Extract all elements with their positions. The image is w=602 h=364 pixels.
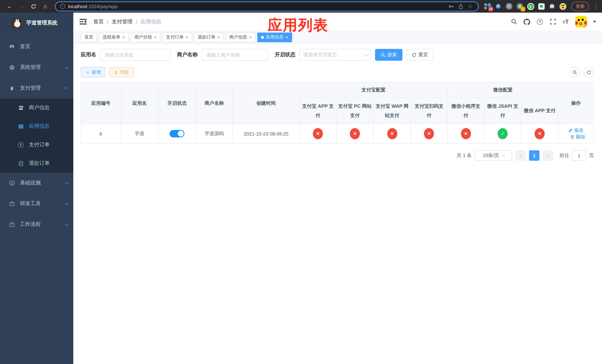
goto-page-input[interactable] [572, 150, 586, 161]
font-size-icon[interactable]: TT [562, 18, 569, 25]
trash-icon [570, 135, 575, 139]
tag-home[interactable]: 首页 [81, 32, 97, 42]
next-page-button[interactable]: › [543, 150, 553, 161]
col-group-alipay: 支付宝配置 [300, 82, 447, 97]
chevron-down-icon [365, 52, 368, 56]
payment-submenu: 商户信息 应用信息 ¥ 支付订单 [0, 98, 73, 172]
sidebar-item-app-info[interactable]: 应用信息 [0, 117, 73, 136]
app-table: 应用编号 应用名 开启状态 商户名称 创建时间 支付宝配置 微信配置 操作 支付… [81, 82, 594, 144]
col-wx-mini: 微信小程序支付 [447, 97, 484, 124]
browser-menu-icon[interactable]: ⋮ [593, 3, 598, 9]
chevron-up-icon [64, 87, 67, 91]
avatar-caret-icon[interactable] [593, 21, 596, 22]
sidebar-item-infra[interactable]: 基础设施 [0, 172, 73, 193]
close-icon[interactable]: × [122, 35, 125, 40]
address-bar[interactable]: i localhost:1024/pay/app ☆ [55, 1, 479, 11]
site-info-icon[interactable]: i [60, 4, 65, 9]
chevron-down-icon [65, 65, 68, 69]
shop-icon [18, 105, 24, 111]
tag-process-form[interactable]: 流程表单× [99, 32, 129, 42]
page-size-select[interactable]: 10条/页 [475, 150, 512, 161]
sidebar-item-merchant-info[interactable]: 商户信息 [0, 98, 73, 117]
search-icon[interactable] [511, 18, 517, 25]
breadcrumb: 首页 / 支付管理 / 应用信息 [93, 18, 161, 25]
extension-y-icon[interactable]: y [527, 3, 534, 10]
browser-reload-icon[interactable] [29, 2, 38, 11]
url-text[interactable]: localhost:1024/pay/app [68, 3, 118, 9]
extensions-strip: 10 ⌘ 1 y 更新 ⋮ [484, 2, 598, 11]
app-name-input[interactable] [100, 49, 170, 61]
browser-home-icon[interactable]: ⌂ [41, 2, 50, 11]
extension-chat-icon[interactable] [538, 3, 545, 10]
tag-user-group[interactable]: 用户分组× [130, 32, 160, 42]
edit-link[interactable]: 修改 [568, 127, 583, 134]
close-icon[interactable]: × [217, 35, 220, 40]
sidebar-logo[interactable]: 芋道管理系统 [0, 13, 73, 33]
github-icon[interactable] [524, 18, 530, 25]
extensions-puzzle-icon[interactable] [548, 3, 556, 10]
col-alipay-app: 支付宝 APP 支付 [300, 97, 336, 124]
export-button[interactable]: 导出 [109, 67, 134, 77]
refresh-button[interactable] [583, 67, 594, 77]
bookmark-star-icon[interactable]: ☆ [467, 3, 473, 10]
yen-icon: ¥ [9, 85, 15, 91]
chrome-update-button[interactable]: 更新 [571, 2, 589, 11]
reset-button[interactable]: 重置 [406, 49, 434, 61]
status-cross-icon [387, 128, 397, 139]
tag-merchant-info[interactable]: 商户信息× [226, 32, 256, 42]
collapse-sidebar-icon[interactable] [79, 18, 87, 25]
browser-forward-icon[interactable]: → [17, 2, 26, 11]
document-icon [18, 160, 24, 166]
sidebar-item-workflow[interactable]: 工作流程 [0, 214, 73, 235]
share-icon[interactable] [457, 3, 464, 10]
top-navbar: 首页 / 支付管理 / 应用信息 ? [73, 13, 602, 31]
extension-command-icon[interactable]: ⌘ [505, 3, 513, 10]
avatar[interactable] [575, 16, 587, 27]
merchant-name-input[interactable] [201, 49, 268, 61]
browser-toolbar: ← → ⌂ i localhost:1024/pay/app ☆ 10 [0, 0, 602, 13]
breadcrumb-current: 应用信息 [141, 18, 161, 25]
fullscreen-icon[interactable] [549, 18, 556, 25]
sidebar-item-refund-order[interactable]: 退款订单 [0, 154, 73, 172]
breadcrumb-home[interactable]: 首页 [93, 18, 104, 25]
col-group-wechat: 微信配置 [447, 82, 558, 97]
add-button[interactable]: ＋新增 [81, 67, 106, 77]
tag-pay-order[interactable]: 支付订单× [162, 32, 192, 42]
tag-refund-order[interactable]: 退款订单× [194, 32, 224, 42]
extension-recorder-icon[interactable]: 1 [516, 3, 524, 10]
help-icon[interactable]: ? [537, 18, 543, 25]
close-icon[interactable]: × [185, 35, 188, 40]
close-icon[interactable]: × [285, 35, 288, 40]
breadcrumb-payment[interactable]: 支付管理 [112, 18, 133, 25]
close-icon[interactable]: × [154, 35, 157, 40]
col-merchant: 商户名称 [196, 82, 233, 124]
extension-sketch-icon[interactable]: 10 [484, 3, 491, 10]
sidebar-item-devtools[interactable]: 研发工具 [0, 193, 73, 214]
extension-balloon-icon[interactable] [495, 3, 502, 10]
status-select[interactable]: 请选择开启状态 [299, 49, 371, 61]
sidebar-item-home[interactable]: 首页 [0, 36, 73, 57]
sidebar-item-payment[interactable]: ¥ 支付管理 [0, 78, 73, 98]
search-button[interactable]: 搜索 [375, 49, 402, 61]
prev-page-button[interactable]: ‹ [515, 150, 526, 161]
col-app-id: 应用编号 [81, 82, 121, 124]
password-key-icon[interactable] [448, 3, 454, 10]
active-dot [261, 36, 264, 39]
page-number-1[interactable]: 1 [529, 150, 539, 161]
sidebar-item-pay-order[interactable]: ¥ 支付订单 [0, 136, 73, 154]
tag-app-info[interactable]: 应用信息× [257, 32, 292, 42]
sidebar-item-system[interactable]: 系统管理 [0, 57, 73, 78]
toggle-search-button[interactable] [570, 67, 580, 77]
cell-created: 2021-10-23 08:49:25 [233, 124, 300, 143]
browser-back-icon[interactable]: ← [5, 2, 14, 11]
close-icon[interactable]: × [249, 35, 252, 40]
enabled-toggle[interactable] [170, 130, 184, 137]
status-label: 开启状态 [275, 52, 295, 58]
col-alipay-qr: 支付宝扫码支付 [411, 97, 448, 124]
search-form: 应用名 商户名称 开启状态 请选择开启状态 搜索 重置 [81, 49, 594, 61]
cell-app-name: 芋道 [121, 124, 158, 143]
delete-link[interactable]: 删除 [570, 134, 585, 140]
page-unit-label: 页 [589, 152, 594, 159]
app-title: 芋道管理系统 [26, 20, 57, 26]
extension-emoji-icon[interactable] [559, 3, 567, 10]
